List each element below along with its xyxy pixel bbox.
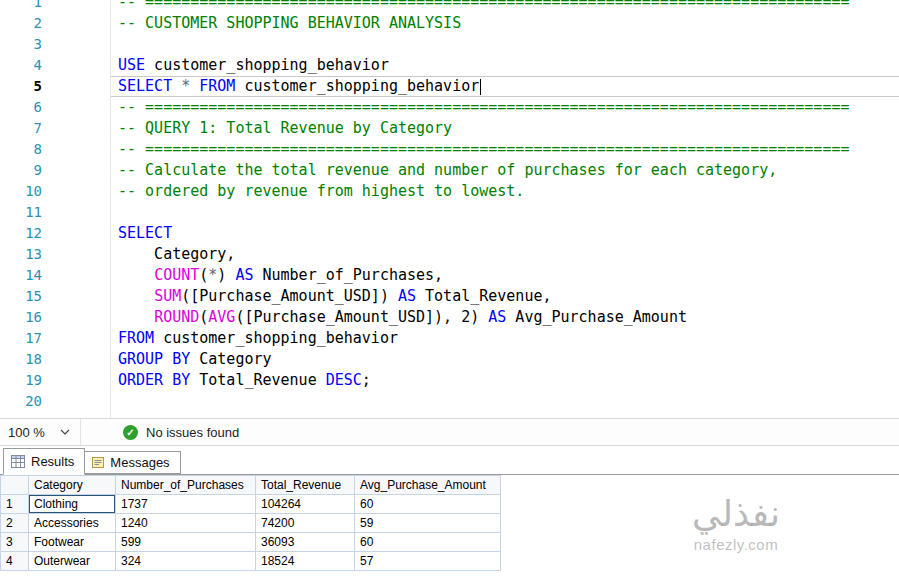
grid-cell[interactable]: Footwear [29, 533, 116, 552]
results-tabstrip: Results Messages [0, 446, 899, 475]
code-text [110, 202, 118, 223]
tab-messages-label: Messages [110, 455, 169, 470]
grid-cell[interactable]: 60 [355, 533, 501, 552]
editor-line[interactable]: 14 COUNT(*) AS Number_of_Purchases, [0, 265, 899, 286]
grid-cell[interactable]: 1240 [116, 514, 256, 533]
row-header[interactable]: 4 [1, 552, 29, 571]
grid-cell[interactable]: 104264 [256, 495, 355, 514]
grid-cell[interactable]: 18524 [256, 552, 355, 571]
table-row: 4Outerwear3241852457 [1, 552, 501, 571]
line-number: 20 [0, 391, 42, 412]
code-text: -- Calculate the total revenue and numbe… [110, 160, 777, 181]
messages-note-icon [92, 456, 104, 469]
grid-cell[interactable]: 60 [355, 495, 501, 514]
code-text: SUM([Purchase_Amount_USD]) AS Total_Reve… [110, 286, 552, 307]
zoom-dropdown[interactable]: 100 % [0, 419, 81, 445]
grid-body: 1Clothing1737104264602Accessories1240742… [1, 495, 501, 571]
grid-cell[interactable]: 36093 [256, 533, 355, 552]
editor-line[interactable]: 3 [0, 34, 899, 55]
line-number: 1 [0, 0, 42, 13]
column-header[interactable]: Number_of_Purchases [116, 476, 256, 495]
check-circle-icon: ✓ [123, 425, 138, 440]
chevron-down-icon [60, 429, 70, 435]
watermark-site-text: nafezly.com [676, 536, 796, 553]
grid-cell[interactable]: 57 [355, 552, 501, 571]
table-row: 3Footwear5993609360 [1, 533, 501, 552]
code-text: ROUND(AVG([Purchase_Amount_USD]), 2) AS … [110, 307, 687, 328]
select-all-corner[interactable] [1, 476, 29, 495]
editor-line[interactable]: 20 [0, 391, 899, 412]
editor-line[interactable]: 10-- ordered by revenue from highest to … [0, 181, 899, 202]
table-row: 1Clothing173710426460 [1, 495, 501, 514]
grid-cell[interactable]: 74200 [256, 514, 355, 533]
code-text: -- CUSTOMER SHOPPING BEHAVIOR ANALYSIS [110, 13, 461, 34]
code-text [110, 34, 118, 55]
tab-results[interactable]: Results [3, 448, 85, 475]
grid-cell[interactable]: 599 [116, 533, 256, 552]
line-number: 15 [0, 286, 42, 307]
editor-line[interactable]: 19ORDER BY Total_Revenue DESC; [0, 370, 899, 391]
results-grid[interactable]: CategoryNumber_of_PurchasesTotal_Revenue… [0, 475, 501, 571]
text-caret [480, 79, 481, 95]
editor-line[interactable]: 8-- ====================================… [0, 139, 899, 160]
watermark-arabic-text: نفذلي [676, 493, 796, 535]
line-number: 9 [0, 160, 42, 181]
issues-status[interactable]: ✓ No issues found [123, 425, 239, 440]
code-text: SELECT [110, 223, 172, 244]
editor-line[interactable]: 4USE customer_shopping_behavior [0, 55, 899, 76]
code-text [110, 391, 118, 412]
column-header[interactable]: Avg_Purchase_Amount [355, 476, 501, 495]
editor-line[interactable]: 7-- QUERY 1: Total Revenue by Category [0, 118, 899, 139]
line-number: 18 [0, 349, 42, 370]
line-number: 6 [0, 97, 42, 118]
grid-cell[interactable]: 324 [116, 552, 256, 571]
results-grid-icon [11, 455, 25, 468]
editor-line[interactable]: 11 [0, 202, 899, 223]
grid-cell[interactable]: Accessories [29, 514, 116, 533]
editor-line[interactable]: 12SELECT [0, 223, 899, 244]
grid-cell[interactable]: 1737 [116, 495, 256, 514]
editor-line[interactable]: 17FROM customer_shopping_behavior [0, 328, 899, 349]
zoom-level: 100 % [8, 425, 45, 440]
grid-cell[interactable]: Outerwear [29, 552, 116, 571]
grid-cell[interactable]: Clothing [29, 495, 116, 514]
editor-line[interactable]: 13 Category, [0, 244, 899, 265]
line-number: 12 [0, 223, 42, 244]
code-editor[interactable]: 1-- ====================================… [0, 0, 899, 419]
code-text: ORDER BY Total_Revenue DESC; [110, 370, 371, 391]
editor-line[interactable]: 1-- ====================================… [0, 0, 899, 13]
row-header[interactable]: 3 [1, 533, 29, 552]
line-number: 3 [0, 34, 42, 55]
tab-messages[interactable]: Messages [85, 451, 180, 474]
editor-line[interactable]: 5SELECT * FROM customer_shopping_behavio… [0, 76, 899, 97]
row-header[interactable]: 1 [1, 495, 29, 514]
line-number: 4 [0, 55, 42, 76]
row-header[interactable]: 2 [1, 514, 29, 533]
editor-line[interactable]: 16 ROUND(AVG([Purchase_Amount_USD]), 2) … [0, 307, 899, 328]
editor-line[interactable]: 6-- ====================================… [0, 97, 899, 118]
grid-cell[interactable]: 59 [355, 514, 501, 533]
code-text: Category, [110, 244, 235, 265]
code-text: FROM customer_shopping_behavior [110, 328, 398, 349]
editor-line[interactable]: 15 SUM([Purchase_Amount_USD]) AS Total_R… [0, 286, 899, 307]
ssms-window: 1-- ====================================… [0, 0, 899, 582]
column-header[interactable]: Total_Revenue [256, 476, 355, 495]
editor-line[interactable]: 18GROUP BY Category [0, 349, 899, 370]
code-text: USE customer_shopping_behavior [110, 55, 389, 76]
code-text: -- =====================================… [110, 0, 850, 13]
line-number: 11 [0, 202, 42, 223]
column-header[interactable]: Category [29, 476, 116, 495]
editor-line[interactable]: 2-- CUSTOMER SHOPPING BEHAVIOR ANALYSIS [0, 13, 899, 34]
line-number: 7 [0, 118, 42, 139]
issues-text: No issues found [146, 425, 239, 440]
editor-line[interactable]: 9-- Calculate the total revenue and numb… [0, 160, 899, 181]
line-number: 2 [0, 13, 42, 34]
code-text: -- QUERY 1: Total Revenue by Category [110, 118, 452, 139]
code-text: GROUP BY Category [110, 349, 272, 370]
editor-lines[interactable]: 1-- ====================================… [0, 0, 899, 412]
editor-status-bar: 100 % ✓ No issues found [0, 419, 899, 446]
code-text: -- ordered by revenue from highest to lo… [110, 181, 524, 202]
line-number: 17 [0, 328, 42, 349]
watermark: نفذلي nafezly.com [676, 493, 796, 553]
code-text: COUNT(*) AS Number_of_Purchases, [110, 265, 443, 286]
